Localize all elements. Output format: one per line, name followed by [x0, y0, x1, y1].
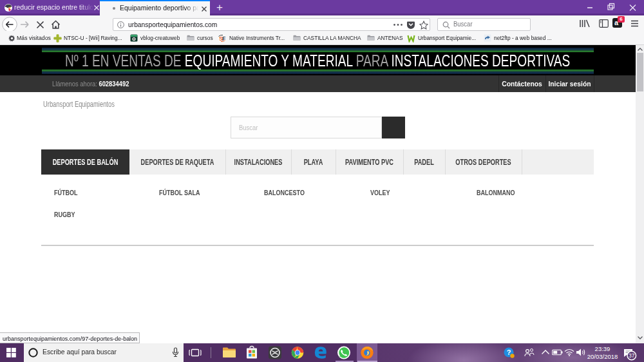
svg-text:F: F	[222, 35, 225, 42]
svg-text:?: ?	[507, 348, 511, 356]
svg-text:37: 37	[629, 352, 635, 359]
